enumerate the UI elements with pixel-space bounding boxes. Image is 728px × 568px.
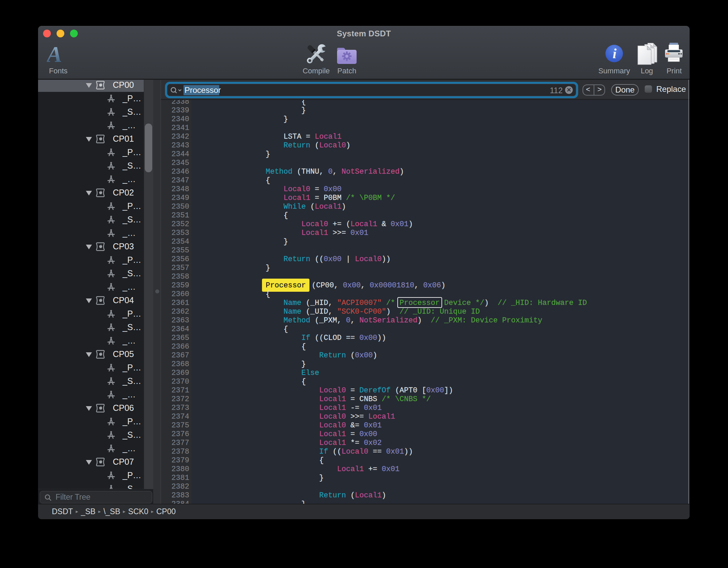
svg-text:i: i <box>613 46 617 61</box>
